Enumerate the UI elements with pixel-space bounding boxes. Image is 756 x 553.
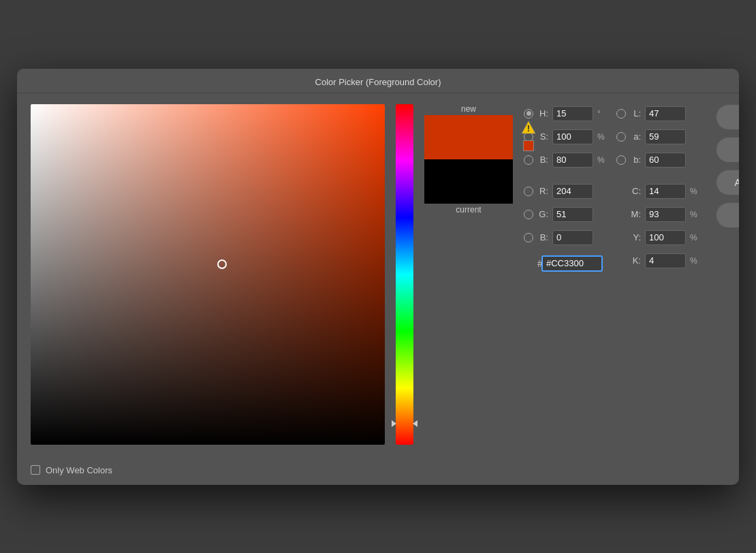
- lab-a-field-row: a:: [616, 127, 698, 146]
- hue-input[interactable]: [552, 106, 593, 121]
- color-new[interactable]: [424, 115, 513, 159]
- saturation-unit: %: [597, 132, 605, 142]
- green-input[interactable]: [552, 207, 593, 222]
- gamut-swatch[interactable]: [523, 140, 534, 151]
- cmyk-m-label: M:: [630, 209, 641, 219]
- right-panel: OK Cancel Add to Swatches Color Librarie…: [709, 104, 739, 231]
- blue-label: B:: [537, 232, 548, 242]
- color-current: [424, 159, 513, 204]
- hue-label: H:: [537, 108, 548, 118]
- brightness-label: B:: [537, 155, 548, 165]
- out-of-gamut-warning[interactable]: !: [521, 121, 536, 137]
- lab-l-field-row: L:: [616, 104, 698, 123]
- cmyk-c-field-row: C: %: [616, 182, 698, 201]
- saturation-input[interactable]: [552, 129, 593, 144]
- only-web-colors-checkbox[interactable]: [31, 465, 40, 475]
- lab-l-input[interactable]: [645, 106, 686, 121]
- hex-input[interactable]: [541, 255, 603, 272]
- hex-row: #: [524, 255, 605, 272]
- cmyk-y-input[interactable]: [645, 230, 686, 245]
- bottom-bar: Only Web Colors: [17, 458, 739, 485]
- brightness-input[interactable]: [552, 153, 593, 168]
- dialog-title: Color Picker (Foreground Color): [17, 69, 739, 93]
- only-web-colors-label: Only Web Colors: [46, 465, 112, 475]
- cmyk-c-unit: %: [690, 187, 698, 196]
- hue-radio[interactable]: [524, 109, 533, 118]
- spectrum-slider[interactable]: [396, 104, 413, 445]
- right-fields-col: L: a: b:: [616, 104, 698, 272]
- cmyk-m-field-row: M: %: [616, 205, 698, 224]
- cmyk-y-field-row: Y: %: [616, 228, 698, 247]
- green-radio[interactable]: [524, 210, 533, 219]
- cancel-button[interactable]: Cancel: [716, 137, 739, 163]
- cmyk-y-unit: %: [690, 233, 698, 242]
- center-section: new !: [424, 104, 698, 272]
- color-picker-dialog: Color Picker (Foreground Color) new: [17, 69, 739, 485]
- blue-field-row: B:: [524, 228, 605, 247]
- saturation-label: S:: [537, 131, 548, 142]
- lab-b-field-row: b:: [616, 151, 698, 170]
- blue-radio[interactable]: [524, 233, 533, 242]
- color-preview-box[interactable]: [424, 115, 513, 204]
- lab-l-label: L:: [630, 108, 641, 118]
- saturation-field-row: S: %: [524, 127, 605, 146]
- red-label: R:: [537, 186, 548, 196]
- lab-b-input[interactable]: [645, 153, 686, 168]
- color-fields: H: ° S: % B:: [524, 104, 698, 272]
- preview-wrapper: new !: [424, 104, 513, 215]
- spectrum-column: [396, 104, 413, 445]
- brightness-unit: %: [597, 155, 605, 165]
- lab-a-label: a:: [630, 131, 641, 142]
- cmyk-c-label: C:: [630, 186, 641, 196]
- hex-hash: #: [524, 258, 537, 269]
- lab-a-radio[interactable]: [616, 132, 626, 142]
- cmyk-k-input[interactable]: [645, 253, 686, 268]
- cmyk-k-unit: %: [690, 256, 698, 266]
- brightness-field-row: B: %: [524, 151, 605, 170]
- red-input[interactable]: [552, 184, 593, 199]
- lab-a-input[interactable]: [645, 129, 686, 144]
- red-field-row: R:: [524, 182, 605, 201]
- cmyk-m-unit: %: [690, 210, 698, 219]
- color-gradient-picker[interactable]: [31, 104, 385, 445]
- lab-l-radio[interactable]: [616, 109, 626, 118]
- color-picker-cursor: [217, 259, 227, 269]
- add-to-swatches-button[interactable]: Add to Swatches: [716, 170, 739, 195]
- ok-button[interactable]: OK: [716, 104, 739, 130]
- cmyk-y-label: Y:: [630, 232, 641, 242]
- cmyk-m-input[interactable]: [645, 207, 686, 222]
- action-buttons: OK Cancel Add to Swatches Color Librarie…: [716, 104, 739, 228]
- hue-field-row: H: °: [524, 104, 605, 123]
- color-libraries-button[interactable]: Color Libraries: [716, 202, 739, 228]
- cmyk-k-label: K:: [630, 255, 641, 266]
- cmyk-k-field-row: K: %: [616, 251, 698, 270]
- cmyk-c-input[interactable]: [645, 184, 686, 199]
- svg-text:!: !: [527, 123, 530, 133]
- left-fields-col: H: ° S: % B:: [524, 104, 605, 272]
- hue-unit: °: [597, 109, 605, 118]
- spectrum-thumb: [392, 421, 418, 426]
- new-label: new: [461, 104, 476, 114]
- green-label: G:: [537, 209, 548, 219]
- blue-input[interactable]: [552, 230, 593, 245]
- brightness-radio[interactable]: [524, 155, 533, 165]
- lab-b-label: b:: [630, 155, 641, 165]
- green-field-row: G:: [524, 205, 605, 224]
- current-label: current: [456, 205, 481, 215]
- red-radio[interactable]: [524, 187, 533, 196]
- lab-b-radio[interactable]: [616, 155, 626, 165]
